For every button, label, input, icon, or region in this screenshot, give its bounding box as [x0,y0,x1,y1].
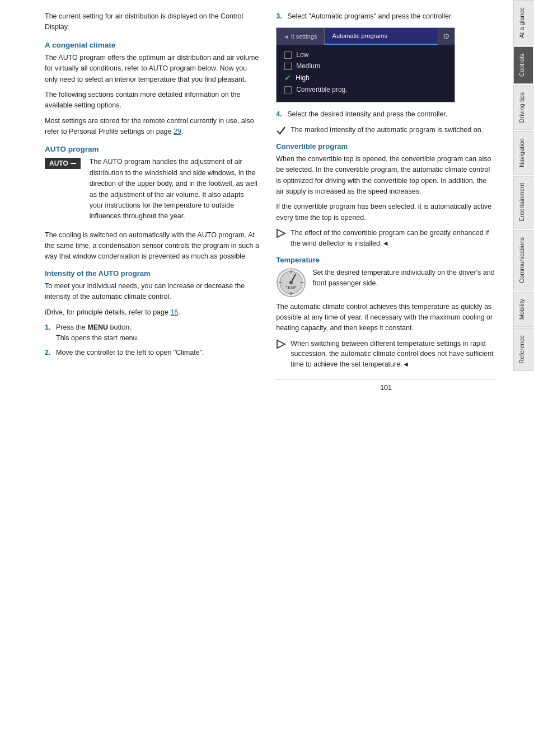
screen-tab-left: ◄ it settings [277,28,324,45]
intensity-steps: 1. Press the MENU button.This opens the … [45,322,259,358]
step4-note-box: The marked intensity of the automatic pr… [276,125,496,135]
screen-tab-active-label: Automatic programs [332,32,387,39]
sidebar-tab-at-a-glance[interactable]: At a glance [513,0,533,45]
auto-badge-label: AUTO [45,158,81,169]
temperature-heading: Temperature [276,256,496,264]
step4-text: Select the desired intensity and press t… [287,109,447,120]
auto-para2: The cooling is switched on automatically… [45,230,259,262]
triangle-right-icon-2 [276,339,286,349]
svg-point-8 [289,281,293,284]
screen-header: ◄ it settings Automatic programs ⚙ [277,28,455,45]
screen-item-high: ✔ High [284,72,447,84]
sidebar-tab-entertainment[interactable]: Entertainment [513,176,533,228]
screen-settings-icon: ⚙ [438,28,455,45]
sidebar-tab-navigation[interactable]: Navigation [513,131,533,175]
page-ref-16[interactable]: 16 [170,308,178,316]
temperature-intro-text: Set the desired temperature individually… [312,267,496,294]
checkmark-high-icon: ✔ [284,73,291,82]
step-4: 4. Select the desired intensity and pres… [276,109,496,120]
sidebar-tab-driving-tips[interactable]: Driving tips [513,85,533,130]
intensity-para1: To meet your individual needs, you can i… [45,281,259,303]
congenial-para3: Most settings are stored for the remote … [45,116,259,138]
right-steps-top: 3. Select "Automatic programs" and press… [276,11,496,22]
sidebar-tabs: At a glance Controls Driving tips Naviga… [513,0,534,756]
auto-intro-block: AUTO The AUTO program handles the adjust… [45,157,259,226]
auto-program-heading: AUTO program [45,145,259,153]
left-column: The current setting for air distribution… [45,11,270,739]
checkbox-convertible [284,86,292,93]
intensity-para2: iDrive, for principle details, refer to … [45,307,259,318]
svg-marker-10 [277,340,285,348]
convertible-note-box: The effect of the convertible program ca… [276,228,496,249]
congenial-climate-heading: A congenial climate [45,41,259,49]
congenial-para1: The AUTO program offers the optimum air … [45,53,259,85]
step-1: 1. Press the MENU button.This opens the … [45,322,259,344]
intro-paragraph: The current setting for air distribution… [45,11,259,33]
sidebar-tab-controls[interactable]: Controls [513,46,533,84]
convertible-para1: When the convertible top is opened, the … [276,154,496,198]
page-number: 101 [380,384,392,392]
temperature-dial-icon: TEMP [276,267,307,298]
temperature-para2: The automatic climate control achieves t… [276,302,496,334]
right-steps-bottom: 4. Select the desired intensity and pres… [276,109,496,120]
screen-display: ◄ it settings Automatic programs ⚙ Low [276,27,455,102]
screen-item-convertible: Convertible prog. [284,84,447,95]
page-number-line: 101 [276,379,496,392]
screen-body: Low Medium ✔ High Convertib [277,45,455,102]
congenial-para2: The following sections contain more deta… [45,90,259,111]
page-ref-29[interactable]: 29 [174,128,181,135]
sidebar-tab-mobility[interactable]: Mobility [513,292,533,327]
step3-text: Select "Automatic programs" and press th… [287,11,453,22]
step-2: 2. Move the controller to the left to op… [45,348,259,358]
step4-note-text: The marked intensity of the automatic pr… [291,125,483,135]
svg-text:TEMP: TEMP [285,285,297,289]
convertible-heading: Convertible program [276,142,496,151]
right-column: 3. Select "Automatic programs" and press… [270,11,496,739]
temperature-note-text: When switching between different tempera… [291,339,496,370]
screen-tab-left-label: it settings [291,33,317,40]
checkbox-medium [284,63,292,70]
screen-arrow-icon: ◄ [283,34,289,40]
auto-intro-text: The AUTO program handles the adjustment … [90,157,259,222]
temp-intro-para: Set the desired temperature individually… [312,267,496,289]
convertible-para2: If the convertible program has been sele… [276,201,496,223]
screen-item-low: Low [284,49,447,60]
checkbox-low [284,51,292,59]
temperature-intro-block: TEMP Set the desired temperature individ… [276,267,496,298]
checkmark-note-icon [276,125,286,135]
svg-marker-0 [277,229,285,237]
temperature-note-box: When switching between different tempera… [276,339,496,370]
sidebar-tab-reference[interactable]: Reference [513,328,533,371]
intensity-heading: Intensity of the AUTO program [45,269,259,278]
convertible-note-text: The effect of the convertible program ca… [291,228,496,249]
screen-tab-active: Automatic programs [325,28,438,45]
step-3: 3. Select "Automatic programs" and press… [276,11,496,22]
sidebar-tab-communications[interactable]: Communications [513,230,533,290]
triangle-right-icon [276,228,286,238]
auto-badge: AUTO [45,158,85,169]
screen-item-medium: Medium [284,60,447,72]
